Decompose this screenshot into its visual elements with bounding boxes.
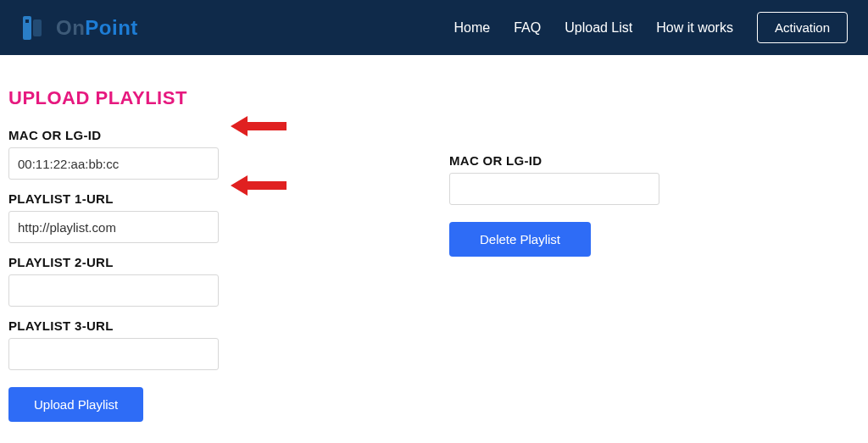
logo-icon [20,13,51,43]
mac-input[interactable] [8,147,219,180]
activation-button[interactable]: Activation [757,12,848,43]
logo-text-point: Point [85,16,138,39]
svg-marker-3 [231,116,287,136]
navbar: OnPoint Home FAQ Upload List How it work… [0,0,868,55]
playlist2-input[interactable] [8,274,219,307]
nav-links: Home FAQ Upload List How it works Activa… [454,12,848,43]
delete-form: MAC OR LG-ID Delete Playlist [449,87,659,422]
nav-how-it-works[interactable]: How it works [656,20,733,36]
delete-mac-input[interactable] [449,173,659,205]
nav-faq[interactable]: FAQ [514,20,541,36]
content: UPLOAD PLAYLIST MAC OR LG-ID PLAYLIST 1-… [0,55,868,422]
arrow-annotation-icon [231,114,290,138]
playlist2-label: PLAYLIST 2-URL [8,255,449,269]
delete-mac-label: MAC OR LG-ID [449,153,659,168]
logo-text-on: On [56,16,85,39]
svg-rect-1 [33,19,42,36]
playlist1-input[interactable] [8,211,219,243]
nav-home[interactable]: Home [454,20,491,36]
playlist3-input[interactable] [8,338,219,370]
logo[interactable]: OnPoint [20,13,138,43]
nav-upload-list[interactable]: Upload List [565,20,632,36]
svg-marker-4 [231,175,287,196]
mac-label: MAC OR LG-ID [8,128,449,142]
upload-playlist-button[interactable]: Upload Playlist [8,387,143,422]
delete-playlist-button[interactable]: Delete Playlist [449,222,591,257]
logo-text: OnPoint [56,16,138,40]
upload-form: UPLOAD PLAYLIST MAC OR LG-ID PLAYLIST 1-… [8,87,449,422]
playlist3-label: PLAYLIST 3-URL [8,318,449,333]
playlist1-label: PLAYLIST 1-URL [8,191,449,206]
svg-rect-2 [25,19,29,23]
page-title: UPLOAD PLAYLIST [8,87,449,109]
arrow-annotation-icon [231,174,290,197]
